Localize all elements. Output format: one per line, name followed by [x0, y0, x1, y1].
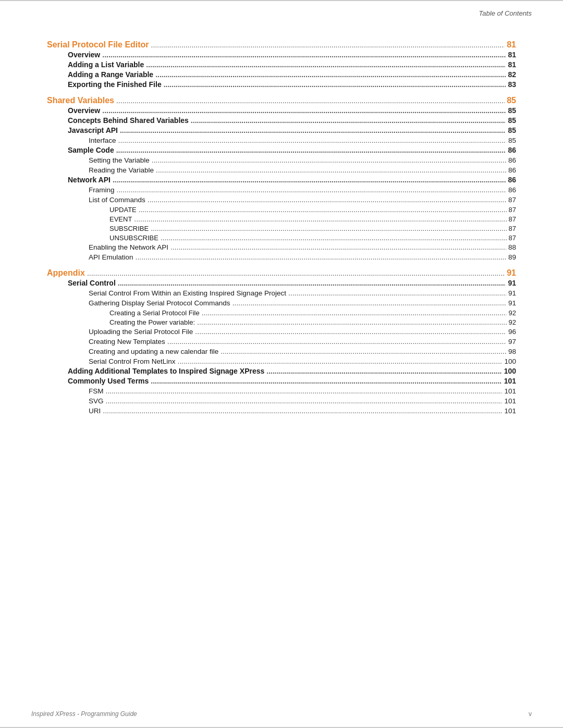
toc-title: SVG — [89, 397, 104, 405]
toc-page: 101 — [504, 397, 516, 405]
toc-page: 82 — [508, 70, 516, 79]
toc-page: 81 — [508, 51, 516, 59]
toc-content: Serial Protocol File Editor ............… — [0, 17, 563, 448]
toc-dots: ........................................… — [151, 41, 505, 49]
toc-title: Setting the Variable — [89, 156, 150, 164]
toc-dots: ........................................… — [106, 387, 503, 395]
toc-title: SUBSCRIBE — [109, 225, 149, 232]
toc-entry: Framing ................................… — [47, 186, 516, 194]
toc-title: Concepts Behind Shared Variables — [68, 116, 189, 125]
toc-page: 97 — [508, 338, 516, 346]
toc-title: Sample Code — [68, 146, 114, 154]
toc-dots: ........................................… — [178, 357, 503, 365]
toc-entry: URI ....................................… — [47, 406, 516, 415]
toc-dots: ........................................… — [106, 397, 503, 405]
toc-title: Commonly Used Terms — [68, 377, 149, 385]
toc-page: 86 — [508, 146, 516, 154]
toc-dots: ........................................… — [221, 347, 506, 355]
toc-entry: Appendix ...............................… — [47, 268, 516, 278]
toc-page: 81 — [508, 60, 516, 69]
toc-entry: List of Commands .......................… — [47, 195, 516, 204]
toc-entry: SUBSCRIBE ..............................… — [47, 224, 516, 232]
toc-dots: ........................................… — [87, 269, 505, 277]
toc-entry: FSM ....................................… — [47, 387, 516, 395]
header-area: Table of Contents — [0, 0, 563, 17]
toc-title: UNSUBSCRIBE — [109, 234, 158, 242]
toc-dots: ........................................… — [151, 224, 506, 232]
toc-entry: EVENT ..................................… — [47, 215, 516, 223]
toc-dots: ........................................… — [116, 96, 505, 105]
toc-page: 100 — [504, 367, 516, 375]
toc-entry: Adding a List Variable .................… — [47, 60, 516, 69]
toc-title: Overview — [68, 51, 100, 59]
toc-entry: Overview ...............................… — [47, 106, 516, 115]
toc-dots: ........................................… — [152, 156, 506, 164]
footer-area: Inspired XPress - Programming Guide v — [0, 710, 563, 718]
toc-title: Adding Additional Templates to Inspired … — [68, 367, 264, 375]
toc-entry: UPDATE .................................… — [47, 205, 516, 214]
toc-page: 87 — [509, 206, 516, 214]
toc-dots: ........................................… — [102, 106, 506, 115]
toc-page: 85 — [507, 96, 516, 105]
toc-dots: ........................................… — [156, 166, 506, 174]
toc-entry: Creating and updating a new calendar fil… — [47, 347, 516, 355]
toc-entry: Enabling the Network API ...............… — [47, 243, 516, 251]
toc-page: 81 — [507, 40, 516, 50]
toc-dots: ........................................… — [113, 176, 506, 184]
toc-page: 85 — [508, 137, 516, 144]
toc-dots: ........................................… — [102, 51, 506, 59]
toc-title: Uploading the Serial Protocol File — [89, 328, 193, 336]
toc-entry: Creating a Serial Protocol File ........… — [47, 309, 516, 317]
toc-dots: ........................................… — [146, 60, 506, 69]
toc-page: 87 — [509, 234, 516, 242]
toc-dots: ........................................… — [136, 253, 506, 261]
toc-entry: Creating the Power variable: ...........… — [47, 318, 516, 326]
toc-dots: ........................................… — [139, 205, 507, 214]
toc-entry: Sample Code ............................… — [47, 146, 516, 154]
toc-title: API Emulation — [89, 253, 133, 261]
toc-title: Serial Control From NetLinx — [89, 357, 176, 365]
toc-dots: ........................................… — [288, 289, 506, 297]
toc-title: Overview — [68, 106, 100, 115]
toc-title: Interface — [89, 137, 116, 144]
toc-entry: API Emulation ..........................… — [47, 253, 516, 261]
toc-entry: Adding Additional Templates to Inspired … — [47, 367, 516, 375]
toc-title: Serial Protocol File Editor — [47, 40, 149, 50]
toc-title: Reading the Variable — [89, 166, 154, 174]
toc-title: Serial Control From Within an Existing I… — [89, 289, 286, 297]
toc-page: 85 — [508, 126, 516, 134]
toc-entry: Concepts Behind Shared Variables .......… — [47, 116, 516, 125]
toc-dots: ........................................… — [155, 70, 506, 79]
toc-title: Creating New Templates — [89, 338, 165, 346]
toc-dots: ........................................… — [202, 309, 507, 317]
toc-dots: ........................................… — [197, 318, 507, 326]
header-label: Table of Contents — [479, 9, 532, 17]
toc-dots: ........................................… — [232, 299, 506, 307]
toc-page: 92 — [509, 309, 516, 317]
toc-title: Adding a List Variable — [68, 60, 144, 69]
toc-page: 100 — [504, 357, 516, 365]
toc-page: 83 — [508, 80, 516, 89]
toc-dots: ........................................… — [191, 116, 506, 125]
toc-title: List of Commands — [89, 196, 145, 204]
toc-entry: Network API ............................… — [47, 176, 516, 184]
toc-entry: Serial Control .........................… — [47, 279, 516, 287]
toc-entry: Setting the Variable ...................… — [47, 156, 516, 164]
toc-entry: Adding a Range Variable ................… — [47, 70, 516, 79]
toc-title: Shared Variables — [47, 96, 114, 105]
toc-entry: Shared Variables .......................… — [47, 96, 516, 105]
toc-title: Framing — [89, 186, 115, 194]
toc-entry: Uploading the Serial Protocol File .....… — [47, 327, 516, 336]
toc-page: 91 — [508, 299, 516, 307]
toc-title: Creating the Power variable: — [109, 318, 195, 326]
toc-entry: UNSUBSCRIBE ............................… — [47, 233, 516, 242]
toc-entry: Interface ..............................… — [47, 136, 516, 144]
toc-dots: ........................................… — [195, 327, 506, 336]
toc-dots: ........................................… — [103, 406, 502, 415]
toc-title: Creating a Serial Protocol File — [109, 309, 200, 317]
toc-page: 91 — [507, 268, 516, 278]
toc-page: 87 — [509, 215, 516, 223]
top-border — [0, 0, 563, 1]
toc-entry: Gathering Display Serial Protocol Comman… — [47, 299, 516, 307]
footer-page: v — [529, 710, 532, 718]
